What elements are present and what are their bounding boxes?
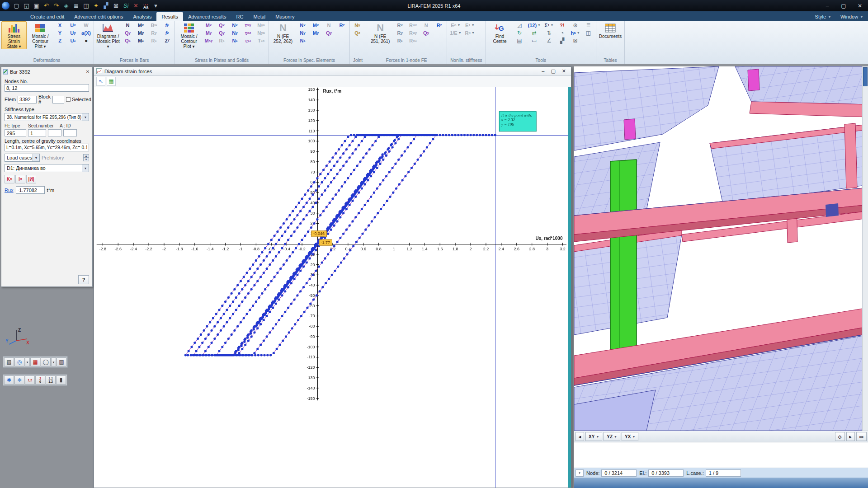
numbers-tool[interactable]: 1,2 xyxy=(25,375,35,385)
app-logo-icon[interactable] xyxy=(1,1,10,10)
book-button[interactable]: ≣ xyxy=(71,1,81,10)
status-dropdown[interactable]: ▾ xyxy=(576,469,584,477)
model-vertical-scrollbar[interactable] xyxy=(862,66,868,431)
wheel-tool[interactable]: ✱ xyxy=(4,375,14,385)
ribbon-item-n[interactable]: N xyxy=(323,21,335,29)
result-component-link[interactable]: Rux xyxy=(5,188,14,193)
view-cube-button[interactable]: ◈ xyxy=(61,1,71,10)
ribbon-item-r-z[interactable]: Rz xyxy=(394,37,406,44)
one-node-n-button[interactable]: NN (FE251, 261) xyxy=(368,21,393,44)
tab-results[interactable]: Results xyxy=(156,12,183,21)
loadcase-combo[interactable]: D1: Динамика во ▼ xyxy=(5,164,89,172)
tab-analysis[interactable]: Analysis xyxy=(128,12,156,21)
tab-advanced-results[interactable]: Advanced results xyxy=(183,12,231,21)
ribbon-item-q-z[interactable]: Qz xyxy=(122,37,134,44)
menu-window[interactable]: Window▼ xyxy=(836,14,868,21)
plane-yz-button[interactable]: YZ▼ xyxy=(604,432,620,441)
ellipse-dropdown[interactable]: ▾ xyxy=(51,357,56,366)
clock-tool-icon[interactable]: ◔ xyxy=(556,29,568,37)
stress-strain-state-button[interactable]: Stress StrainState ▾ xyxy=(1,21,27,49)
stress-mosaic-contour-button[interactable]: Mosaic /Contour Plot ▾ xyxy=(176,21,202,49)
ribbon-item-f-y[interactable]: fy xyxy=(161,21,173,29)
text-format-button[interactable]: i.x.xAa xyxy=(141,1,151,10)
ribbon-item-n[interactable]: N xyxy=(122,21,134,29)
diagrams-mosaic-plot-button[interactable]: Diagrams /Mosaic Plot ▾ xyxy=(95,21,121,49)
ribbon-item-e-1[interactable]: E1▼ xyxy=(464,21,476,29)
plane-yx-button[interactable]: YX▼ xyxy=(622,432,638,441)
load-cases-combo[interactable]: Load cases ▼ xyxy=(5,154,40,162)
center-target-dropdown[interactable]: ▾ xyxy=(25,357,30,366)
box-button[interactable]: ◫ xyxy=(81,1,91,10)
ribbon-item-r-z[interactable]: Rz xyxy=(433,21,445,29)
wand-button[interactable]: ✦ xyxy=(91,1,101,10)
ribbon-item-n-z[interactable]: Nz xyxy=(297,37,309,44)
redo-button[interactable]: ↷ xyxy=(52,1,61,10)
node-result-icon[interactable]: ● xyxy=(80,37,92,44)
ribbon-item-m-xy[interactable]: Mxy xyxy=(203,37,215,44)
ribbon-item-n-y-a[interactable]: Nya xyxy=(255,21,267,29)
ribbon-item-m-x[interactable]: Mx xyxy=(310,21,322,29)
export-table-tool[interactable]: ▦ xyxy=(107,77,116,86)
package-tool-icon[interactable]: ◫ xyxy=(582,29,594,37)
tab-advanced-edit-options[interactable]: Advanced edit options xyxy=(69,12,128,21)
ribbon-item-r-y[interactable]: Ry xyxy=(148,29,160,37)
ribbon-item-u-x[interactable]: Ux xyxy=(67,21,79,29)
minimize-button[interactable]: – xyxy=(819,0,835,11)
menu-style[interactable]: Style▼ xyxy=(811,14,836,21)
nodes-input[interactable] xyxy=(5,84,89,92)
selected-checkbox[interactable]: Selected xyxy=(66,97,91,102)
undo-button[interactable]: ↶ xyxy=(42,1,51,10)
ribbon-item-r-ux[interactable]: Rux xyxy=(407,21,419,29)
combo-arrow-icon[interactable]: ▼ xyxy=(33,154,39,161)
node-grid-tool[interactable]: ▦ xyxy=(30,357,40,366)
star-tool[interactable]: ✱ xyxy=(14,375,24,385)
bar-panel-tool[interactable]: ▮ xyxy=(56,375,66,385)
diagram-title-bar[interactable]: Diagram strain-forces –▢✕ xyxy=(94,67,571,76)
ribbon-item-yz[interactable]: τyz xyxy=(242,37,254,44)
diagram-minimize-button[interactable]: – xyxy=(542,68,544,74)
ribbon-item-t-z-a[interactable]: Tza xyxy=(255,37,267,44)
ribbon-item-n-y-a[interactable]: Nya xyxy=(255,29,267,37)
angle-tool-icon[interactable]: ∠ xyxy=(543,37,555,44)
ribbon-item-m-y[interactable]: My xyxy=(310,29,322,37)
delete-results-button[interactable]: ✕ xyxy=(131,1,141,10)
tab-metal[interactable]: Metal xyxy=(248,12,270,21)
fraction-26-tool[interactable]: 26 xyxy=(35,375,45,385)
help-button[interactable]: ? xyxy=(78,275,89,284)
ribbon-item-e-o[interactable]: Eo▼ xyxy=(448,21,462,29)
ribbon-item-m-y[interactable]: My xyxy=(135,29,147,37)
ribbon-item-n-y[interactable]: Ny xyxy=(297,29,309,37)
elem-input[interactable] xyxy=(18,96,37,103)
ir-button[interactable]: IR xyxy=(15,175,25,183)
ribbon-item-f-z[interactable]: fz xyxy=(161,29,173,37)
ribbon-item-r-x[interactable]: Rx xyxy=(394,21,406,29)
save-button[interactable]: ▣ xyxy=(32,1,41,10)
combo-arrow-icon[interactable]: ▼ xyxy=(82,164,89,172)
center-target-tool[interactable]: ◎ xyxy=(14,357,24,366)
selected-checkbox-box[interactable] xyxy=(66,97,71,102)
close-button[interactable]: ✕ xyxy=(852,0,868,11)
ribbon-item-1-e[interactable]: 1/E▼ xyxy=(448,29,462,37)
diagram-maximize-button[interactable]: ▢ xyxy=(551,68,555,74)
ribbon-item-y[interactable]: Y xyxy=(54,29,66,37)
ribbon-item-h-s[interactable]: hs▼ xyxy=(569,29,581,37)
kd-stiffness-button[interactable]: KD xyxy=(5,175,14,183)
report-tool-icon[interactable]: ≣ xyxy=(582,21,594,29)
ribbon-item-n-y[interactable]: Ny xyxy=(229,29,241,37)
ribbon-item-1[interactable]: Σ1▼ xyxy=(543,21,555,29)
ribbon-item-z[interactable]: Z xyxy=(54,37,66,44)
lock-button[interactable]: ⊠ xyxy=(111,1,121,10)
ribbon-item-n-z[interactable]: Nz xyxy=(229,37,241,44)
si-units-button[interactable]: Si xyxy=(121,1,131,10)
length-value-input[interactable] xyxy=(5,144,89,151)
sync-tool-icon[interactable]: ⇄ xyxy=(527,29,542,37)
tab-create-and-edit[interactable]: Create and edit xyxy=(25,12,69,21)
ribbon-item-n-y[interactable]: Ny xyxy=(351,21,363,29)
ruler-tool-icon[interactable]: ▭ xyxy=(527,37,542,44)
ribbon-item-n-x[interactable]: Nx xyxy=(297,21,309,29)
combo-arrow-icon[interactable]: ▼ xyxy=(82,113,89,121)
documents-button[interactable]: Documents xyxy=(598,21,623,39)
tab-rc[interactable]: RC xyxy=(231,12,249,21)
ribbon-item-b-w[interactable]: Bw xyxy=(148,21,160,29)
ribbon-item-u-z[interactable]: Uz xyxy=(67,37,79,44)
